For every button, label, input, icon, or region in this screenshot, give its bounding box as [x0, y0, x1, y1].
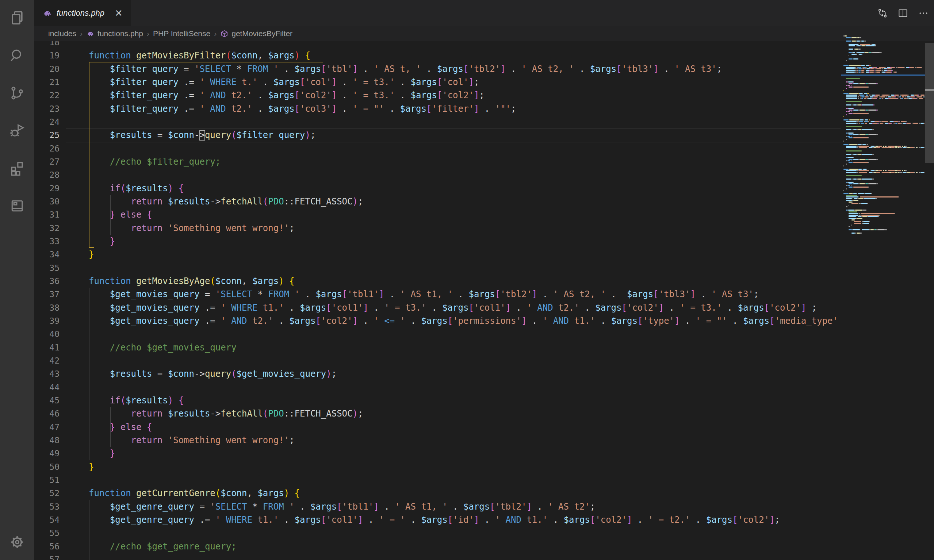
line-number[interactable]: 45	[34, 394, 60, 407]
line-number[interactable]: 41	[34, 341, 60, 354]
line-number[interactable]: 52	[34, 487, 60, 500]
line-number[interactable]: 22	[34, 89, 60, 102]
code-line[interactable]: 41 //echo $get_movies_query	[34, 341, 841, 354]
line-number[interactable]: 43	[34, 367, 60, 380]
code-line[interactable]: 24	[34, 115, 841, 129]
code-line[interactable]: 42	[34, 354, 841, 367]
code-line[interactable]: 46 return $results->fetchAll(PDO::FETCH_…	[34, 407, 841, 420]
line-number[interactable]: 21	[34, 75, 60, 89]
code-line[interactable]: 31 } else {	[34, 208, 841, 221]
code-line[interactable]: 28	[34, 168, 841, 182]
line-number[interactable]: 51	[34, 474, 60, 487]
breadcrumb-item-intellisense[interactable]: PHP IntelliSense	[153, 29, 210, 38]
source-control-icon[interactable]	[0, 76, 34, 110]
line-number[interactable]: 28	[34, 168, 60, 182]
more-actions-icon[interactable]	[918, 8, 929, 18]
code-line[interactable]: 36function getMoviesByAge($conn, $args) …	[34, 274, 841, 288]
line-number[interactable]: 32	[34, 222, 60, 235]
code-line[interactable]: 40	[34, 328, 841, 341]
code-line[interactable]: 20 $filter_query = 'SELECT * FROM ' . $a…	[34, 62, 841, 75]
code-line[interactable]: 21 $filter_query .= ' WHERE t.' . $args[…	[34, 75, 841, 89]
line-number[interactable]: 24	[34, 115, 60, 129]
line-number[interactable]: 39	[34, 314, 60, 328]
code-line[interactable]: 18	[34, 41, 841, 49]
line-number[interactable]: 55	[34, 526, 60, 540]
code-line[interactable]: 22 $filter_query .= ' AND t2.' . $args['…	[34, 89, 841, 102]
split-editor-icon[interactable]	[897, 8, 908, 18]
code-line[interactable]: 27 //echo $filter_query;	[34, 155, 841, 168]
code-line[interactable]: 53 $get_genre_query = 'SELECT * FROM ' .…	[34, 500, 841, 513]
code-line[interactable]: 38 $get_movies_query .= ' WHERE t1.' . $…	[34, 301, 841, 314]
line-number[interactable]: 38	[34, 301, 60, 314]
extensions-icon[interactable]	[0, 151, 34, 185]
breadcrumb-item-includes[interactable]: includes	[48, 29, 76, 38]
line-number[interactable]: 53	[34, 500, 60, 513]
line-number[interactable]: 35	[34, 262, 60, 274]
line-number[interactable]: 44	[34, 381, 60, 394]
code-line[interactable]: 33 }	[34, 235, 841, 248]
code-line[interactable]: 54 $get_genre_query .= ' WHERE t1.' . $a…	[34, 513, 841, 526]
code-line[interactable]: 25 $results = $conn->query($filter_query…	[34, 129, 841, 142]
minimap-code-line	[849, 211, 857, 212]
line-number[interactable]: 19	[34, 49, 60, 62]
code-line[interactable]: 57	[34, 553, 841, 560]
run-and-debug-icon[interactable]	[0, 114, 34, 148]
code-line[interactable]: 45 if($results) {	[34, 394, 841, 407]
minimap[interactable]	[841, 35, 925, 560]
code-line[interactable]: 34}	[34, 248, 841, 261]
code-line[interactable]: 39 $get_movies_query .= ' AND t2.' . $ar…	[34, 314, 841, 328]
code-line[interactable]: 50}	[34, 460, 841, 474]
line-number[interactable]: 42	[34, 354, 60, 367]
line-number[interactable]: 25	[34, 129, 60, 142]
breadcrumb-item-file[interactable]: functions.php	[86, 29, 143, 38]
search-icon[interactable]	[0, 38, 34, 73]
line-number[interactable]: 23	[34, 102, 60, 115]
line-number[interactable]: 33	[34, 235, 60, 248]
tab-close-icon[interactable]: ✕	[113, 8, 124, 18]
open-changes-icon[interactable]	[877, 8, 888, 18]
scrollbar-slider[interactable]	[925, 43, 934, 163]
line-number[interactable]: 47	[34, 420, 60, 434]
code-line[interactable]: 35	[34, 262, 841, 274]
code-line[interactable]: 51	[34, 474, 841, 487]
line-number[interactable]: 48	[34, 434, 60, 447]
line-number[interactable]: 29	[34, 182, 60, 195]
code-line[interactable]: 44	[34, 381, 841, 394]
code-editor[interactable]: 1819function getMoviesByFilter($conn, $a…	[34, 41, 841, 560]
line-number[interactable]: 54	[34, 513, 60, 526]
notebook-icon[interactable]	[0, 189, 34, 223]
line-number[interactable]: 30	[34, 195, 60, 208]
code-line[interactable]: 26	[34, 142, 841, 155]
code-line[interactable]: 55	[34, 526, 841, 540]
line-number[interactable]: 34	[34, 248, 60, 261]
code-line[interactable]: 37 $get_movies_query = 'SELECT * FROM ' …	[34, 288, 841, 301]
line-number[interactable]: 56	[34, 540, 60, 553]
line-number[interactable]: 50	[34, 460, 60, 474]
code-line[interactable]: 56 //echo $get_genre_query;	[34, 540, 841, 553]
line-number[interactable]: 18	[34, 41, 60, 49]
line-number[interactable]: 20	[34, 62, 60, 75]
breadcrumb-item-symbol[interactable]: getMoviesByFilter	[220, 29, 292, 38]
line-number[interactable]: 40	[34, 328, 60, 341]
explorer-icon[interactable]	[0, 1, 34, 35]
tab-functions-php[interactable]: functions.php ✕	[34, 0, 131, 26]
line-number[interactable]: 26	[34, 142, 60, 155]
code-line[interactable]: 29 if($results) {	[34, 182, 841, 195]
line-number[interactable]: 36	[34, 274, 60, 288]
code-line[interactable]: 48 return 'Something went wrong!';	[34, 434, 841, 447]
code-line[interactable]: 47 } else {	[34, 420, 841, 434]
code-line[interactable]: 52function getCurrentGenre($conn, $args)…	[34, 487, 841, 500]
code-line[interactable]: 30 return $results->fetchAll(PDO::FETCH_…	[34, 195, 841, 208]
settings-gear-icon[interactable]	[0, 525, 34, 559]
line-number[interactable]: 31	[34, 208, 60, 221]
code-line[interactable]: 43 $results = $conn->query($get_movies_q…	[34, 367, 841, 380]
line-number[interactable]: 37	[34, 288, 60, 301]
code-line[interactable]: 32 return 'Something went wrong!';	[34, 222, 841, 235]
code-line[interactable]: 23 $filter_query .= ' AND t2.' . $args['…	[34, 102, 841, 115]
code-line[interactable]: 19function getMoviesByFilter($conn, $arg…	[34, 49, 841, 62]
line-number[interactable]: 27	[34, 155, 60, 168]
line-number[interactable]: 46	[34, 407, 60, 420]
code-line[interactable]: 49 }	[34, 447, 841, 460]
line-number[interactable]: 49	[34, 447, 60, 460]
line-number[interactable]: 57	[34, 553, 60, 560]
